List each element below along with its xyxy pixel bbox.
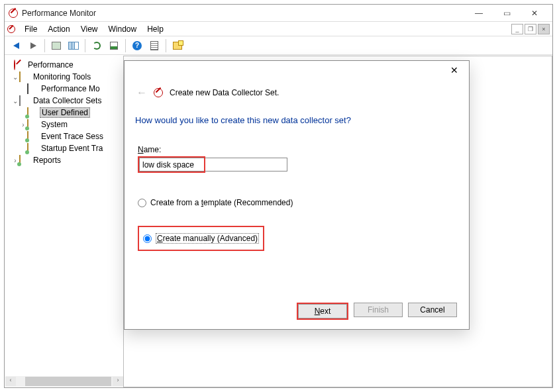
dialog-app-icon (154, 88, 163, 97)
highlight-name-box (138, 156, 205, 173)
name-input-extension[interactable] (205, 158, 287, 172)
option-template-row[interactable]: Create from a template (Recommended) (138, 195, 456, 210)
scroll-thumb[interactable] (25, 377, 111, 386)
highlight-manual-box: Create manually (Advanced) (138, 226, 264, 251)
body-split: Performance ⌄ Monitoring Tools Performan… (5, 56, 552, 387)
tree-node-startup-event[interactable]: Startup Event Tra (6, 142, 122, 154)
radio-manual[interactable] (143, 234, 152, 243)
name-input[interactable] (139, 158, 204, 172)
menu-view[interactable]: View (76, 23, 103, 35)
tree-node-monitoring-tools[interactable]: ⌄ Monitoring Tools (6, 71, 122, 83)
tree-node-data-collector-sets[interactable]: ⌄ Data Collector Sets (6, 95, 122, 107)
name-field-label: Name: (138, 145, 456, 154)
option-manual-row[interactable]: Create manually (Advanced) (143, 231, 259, 246)
maximize-button[interactable]: ▭ (493, 5, 521, 21)
create-dcs-wizard-dialog: ✕ ← Create new Data Collector Set. How w… (124, 60, 470, 330)
menubar: File Action View Window Help _ ❐ × (5, 22, 552, 36)
minimize-button[interactable]: — (465, 5, 493, 21)
cancel-button[interactable]: Cancel (408, 303, 457, 317)
mdi-restore-button[interactable]: ❐ (525, 24, 536, 34)
mdi-minimize-button[interactable]: _ (511, 24, 523, 34)
highlight-next-box: Next (297, 303, 348, 320)
tree-node-system[interactable]: › System (6, 119, 122, 130)
nav-back-button[interactable] (9, 38, 23, 53)
detail-pane: ✕ ← Create new Data Collector Set. How w… (123, 56, 552, 387)
refresh-button[interactable] (89, 38, 104, 53)
menu-help[interactable]: Help (142, 23, 169, 35)
show-hide-panel-button[interactable] (66, 38, 81, 53)
expand-icon[interactable]: ⌄ (11, 97, 19, 105)
new-button[interactable] (170, 38, 185, 53)
close-button[interactable]: ✕ (521, 5, 548, 21)
main-window: Performance Monitor — ▭ ✕ File Action Vi… (4, 4, 553, 388)
mdi-close-button[interactable]: × (538, 24, 550, 34)
menu-action[interactable]: Action (42, 23, 75, 35)
finish-button: Finish (354, 303, 403, 317)
radio-manual-label: Create manually (Advanced) (156, 233, 259, 244)
tree-node-user-defined[interactable]: User Defined (6, 107, 122, 119)
properties-button[interactable] (147, 38, 162, 53)
app-icon-small (7, 25, 15, 33)
expand-icon[interactable]: ⌄ (11, 74, 19, 81)
show-hide-tree-button[interactable] (49, 38, 64, 53)
dialog-breadcrumb: Create new Data Collector Set. (170, 88, 279, 97)
window-title: Performance Monitor (22, 9, 465, 18)
export-button[interactable] (107, 38, 121, 53)
nav-forward-button[interactable] (26, 38, 40, 53)
radio-template-label: Create from a template (Recommended) (150, 198, 293, 207)
titlebar: Performance Monitor — ▭ ✕ (5, 5, 552, 22)
dialog-heading: How would you like to create this new da… (125, 114, 469, 134)
scroll-left-button[interactable]: ‹ (5, 377, 16, 386)
help-button[interactable]: ? (130, 38, 144, 53)
tree-node-event-trace[interactable]: Event Trace Sess (6, 130, 122, 142)
toolbar: ? (5, 36, 552, 55)
dialog-close-button[interactable]: ✕ (445, 62, 464, 78)
radio-template[interactable] (138, 199, 146, 207)
menu-window[interactable]: Window (103, 23, 142, 35)
tree-node-reports[interactable]: › Reports (6, 154, 122, 166)
next-button[interactable]: Next (298, 304, 347, 318)
tree-node-performance-monitor[interactable]: Performance Mo (6, 83, 122, 95)
dialog-back-icon[interactable]: ← (136, 87, 147, 99)
tree-node-performance[interactable]: Performance (6, 59, 122, 71)
scroll-right-button[interactable]: › (113, 377, 123, 386)
menu-file[interactable]: File (19, 23, 42, 35)
app-icon (9, 9, 18, 18)
tree-pane: Performance ⌄ Monitoring Tools Performan… (5, 56, 124, 387)
tree-horizontal-scrollbar[interactable]: ‹ › (5, 376, 123, 387)
